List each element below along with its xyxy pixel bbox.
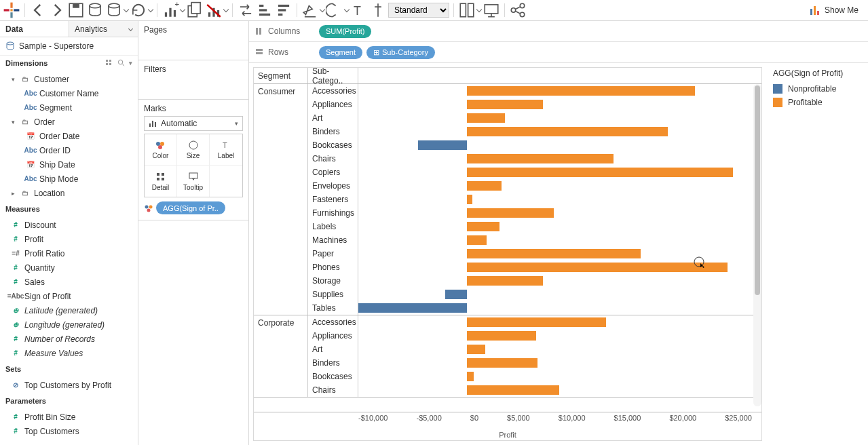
field-order-id[interactable]: AbcOrder ID [0, 143, 138, 157]
rows-pill-subcategory[interactable]: ⊞Sub-Category [366, 46, 435, 59]
duplicate-sheet-icon[interactable] [186, 1, 204, 19]
subcategory-header[interactable]: Paper [308, 247, 358, 260]
bar[interactable] [445, 290, 467, 299]
header-segment[interactable]: Segment [254, 68, 308, 83]
color-pill[interactable]: AGG(Sign of Pr.. [156, 201, 225, 214]
subcategory-header[interactable]: Tables [308, 301, 358, 315]
bar[interactable] [467, 385, 559, 395]
subcategory-header[interactable]: Labels [308, 220, 358, 233]
segment-header[interactable]: Corporate [254, 315, 308, 397]
marks-color[interactable]: Color [145, 134, 177, 166]
datasource-dropdown[interactable] [105, 1, 128, 19]
group-dropdown[interactable] [326, 1, 349, 19]
marks-tooltip[interactable]: Tooltip [177, 166, 210, 197]
bar[interactable] [467, 113, 505, 123]
subcategory-header[interactable]: Accessories [308, 315, 358, 329]
highlight-dropdown[interactable] [301, 1, 324, 19]
segment-header[interactable]: Consumer [254, 84, 308, 315]
folder-location[interactable]: ▸🗀Location [0, 186, 138, 200]
field-top-customers-set[interactable]: ⊘Top Customers by Profit [0, 378, 138, 392]
rows-pill-segment[interactable]: Segment [319, 46, 362, 59]
marks-size[interactable]: Size [177, 134, 210, 166]
cards-dropdown[interactable] [458, 1, 481, 19]
folder-order[interactable]: ▾🗀Order [0, 115, 138, 129]
field-ship-date[interactable]: 📅Ship Date [0, 157, 138, 172]
bar[interactable] [467, 181, 502, 191]
subcategory-header[interactable]: Appliances [308, 329, 358, 343]
tableau-logo-icon[interactable] [3, 1, 20, 19]
forward-icon[interactable] [48, 1, 66, 19]
field-sales[interactable]: #Sales [0, 275, 138, 289]
legend-item-profitable[interactable]: Profitable [773, 96, 861, 109]
new-sheet-dropdown[interactable]: + [162, 1, 185, 19]
bar[interactable] [467, 195, 472, 204]
sort-asc-icon[interactable] [256, 1, 273, 19]
show-me-button[interactable]: Show Me [803, 5, 865, 16]
pages-shelf[interactable]: Pages [138, 21, 248, 60]
subcategory-header[interactable]: Phones [308, 260, 358, 274]
subcategory-header[interactable]: Supplies [308, 288, 358, 301]
back-icon[interactable] [29, 1, 47, 19]
marks-detail[interactable]: Detail [145, 166, 177, 197]
menu-icon[interactable]: ▾ [129, 60, 132, 66]
labels-icon[interactable]: T [350, 1, 368, 19]
subcategory-header[interactable]: Accessories [308, 84, 358, 98]
columns-pill-profit[interactable]: SUM(Profit) [319, 25, 371, 38]
datasource-row[interactable]: Sample - Superstore [0, 37, 138, 56]
clear-sheet-dropdown[interactable] [205, 1, 228, 19]
bar[interactable] [467, 331, 536, 341]
subcategory-header[interactable]: Appliances [308, 98, 358, 111]
scrollbar[interactable] [753, 84, 761, 406]
header-subcategory[interactable]: Sub-Catego.. [308, 68, 358, 83]
marks-label[interactable]: TLabel [210, 134, 242, 166]
bar[interactable] [467, 222, 499, 231]
tab-data[interactable]: Data [0, 21, 69, 37]
bar[interactable] [358, 303, 467, 313]
save-icon[interactable] [67, 1, 85, 19]
subcategory-header[interactable]: Bookcases [308, 138, 358, 152]
field-measure-values[interactable]: #Measure Values [0, 346, 138, 360]
field-profit-bin-size[interactable]: #Profit Bin Size [0, 410, 138, 424]
bar[interactable] [418, 140, 467, 150]
field-sign-of-profit[interactable]: =AbcSign of Profit [0, 289, 138, 303]
subcategory-header[interactable]: Copiers [308, 166, 358, 179]
pin-icon[interactable] [369, 1, 387, 19]
field-top-customers-param[interactable]: #Top Customers [0, 424, 138, 438]
field-quantity[interactable]: #Quantity [0, 260, 138, 275]
tab-analytics[interactable]: Analytics [69, 21, 138, 37]
field-discount[interactable]: #Discount [0, 218, 138, 232]
new-datasource-icon[interactable] [86, 1, 104, 19]
columns-shelf[interactable]: Columns SUM(Profit) [249, 21, 868, 42]
mark-type-selector[interactable]: Automatic ▾ [144, 116, 243, 131]
bar[interactable] [467, 358, 537, 368]
bar[interactable] [467, 235, 487, 245]
field-segment[interactable]: AbcSegment [0, 100, 138, 115]
bar[interactable] [467, 345, 485, 354]
list-view-icon[interactable] [105, 59, 113, 67]
subcategory-header[interactable]: Chairs [308, 152, 358, 166]
presentation-icon[interactable] [483, 1, 500, 19]
viz-canvas[interactable]: Segment Sub-Catego.. ConsumerAccessories… [253, 67, 762, 441]
subcategory-header[interactable]: Binders [308, 356, 358, 370]
fit-selector[interactable]: Standard [388, 3, 449, 18]
subcategory-header[interactable]: Chairs [308, 383, 358, 397]
field-latitude[interactable]: ⊕Latitude (generated) [0, 303, 138, 317]
field-num-records[interactable]: #Number of Records [0, 332, 138, 346]
bar[interactable] [467, 317, 606, 327]
legend-item-nonprofitable[interactable]: Nonprofitable [773, 82, 861, 96]
field-longitude[interactable]: ⊕Longitude (generated) [0, 317, 138, 332]
field-ship-mode[interactable]: AbcShip Mode [0, 172, 138, 186]
search-icon[interactable] [117, 59, 125, 68]
bar[interactable] [467, 127, 668, 136]
subcategory-header[interactable]: Machines [308, 233, 358, 247]
field-profit[interactable]: #Profit [0, 232, 138, 246]
x-axis[interactable]: -$10,000-$5,000$0$5,000$10,000$15,000$20… [254, 412, 761, 440]
filters-shelf[interactable]: Filters [138, 60, 248, 100]
bar[interactable] [467, 276, 543, 286]
subcategory-header[interactable]: Bookcases [308, 370, 358, 383]
rows-shelf[interactable]: Rows Segment ⊞Sub-Category [249, 42, 868, 63]
bar[interactable] [467, 100, 543, 109]
bar[interactable] [467, 372, 474, 381]
bar[interactable] [467, 154, 614, 163]
subcategory-header[interactable]: Fasteners [308, 193, 358, 206]
